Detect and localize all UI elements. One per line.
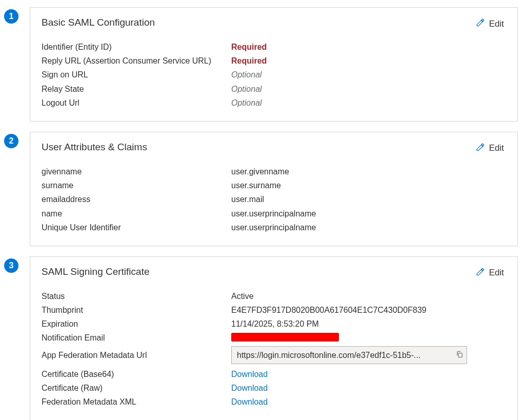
table-row: Thumbprint E4E7FD3F917D8020B00A617604E1C… [42, 303, 506, 317]
row-value: user.surname [231, 178, 506, 192]
step-badge-2: 2 [4, 134, 18, 148]
card-basic-saml: Basic SAML Configuration Edit Identifier… [30, 7, 518, 122]
section-user-claims: 2 User Attributes & Claims Edit givennam… [0, 132, 518, 246]
table-row: emailaddress user.mail [42, 192, 506, 206]
edit-button-claims[interactable]: Edit [474, 142, 506, 155]
row-label: Federation Metadata XML [42, 395, 231, 409]
table-row: name user.userprincipalname [42, 207, 506, 221]
step-badge-1: 1 [4, 9, 18, 24]
card-title-claims: User Attributes & Claims [42, 142, 147, 153]
table-row: Certificate (Base64) Download [42, 367, 506, 381]
row-value: 11/14/2025, 8:53:20 PM [231, 317, 506, 331]
section-saml-cert: 3 SAML Signing Certificate Edit Status A… [0, 256, 518, 420]
row-value: user.mail [231, 192, 506, 206]
row-value: Required [231, 40, 506, 54]
row-label: Sign on URL [42, 68, 231, 82]
row-label: Relay State [42, 82, 231, 96]
row-label: App Federation Metadata Url [42, 348, 231, 362]
edit-button-basic[interactable]: Edit [474, 17, 506, 31]
row-value: E4E7FD3F917D8020B00A617604E1C7C430D0F839 [231, 303, 506, 317]
row-label: Unique User Identifier [42, 221, 231, 234]
row-value: user.userprincipalname [231, 221, 506, 234]
card-user-claims: User Attributes & Claims Edit givenname … [30, 132, 518, 246]
table-row: Federation Metadata XML Download [42, 395, 506, 409]
metadata-url-text: https://login.microsoftonline.com/e37edf… [237, 348, 448, 362]
row-value: Optional [231, 82, 506, 96]
table-row: surname user.surname [42, 178, 506, 192]
download-link-base64[interactable]: Download [231, 370, 268, 378]
row-label: Logout Url [42, 96, 231, 110]
row-value: user.userprincipalname [231, 207, 506, 221]
row-label: Identifier (Entity ID) [42, 40, 231, 54]
row-label: Status [42, 289, 231, 303]
table-row: Status Active [42, 289, 506, 303]
section-basic-saml: 1 Basic SAML Configuration Edit Identifi… [0, 7, 518, 122]
row-value: Active [231, 289, 506, 303]
copy-button[interactable] [454, 349, 465, 361]
table-row: Unique User Identifier user.userprincipa… [42, 221, 506, 234]
row-label: Certificate (Base64) [42, 367, 231, 381]
row-value: user.givenname [231, 165, 506, 178]
pencil-icon [476, 143, 485, 154]
copy-icon [455, 352, 463, 360]
edit-button-label: Edit [489, 19, 504, 29]
table-row: Reply URL (Assertion Consumer Service UR… [42, 54, 506, 68]
row-label: emailaddress [42, 192, 231, 206]
metadata-url-field[interactable]: https://login.microsoftonline.com/e37edf… [231, 346, 467, 364]
row-label: Thumbprint [42, 303, 231, 317]
card-saml-cert: SAML Signing Certificate Edit Status Act… [30, 256, 518, 420]
table-row: Certificate (Raw) Download [42, 381, 506, 395]
table-row: Logout Url Optional [42, 96, 506, 110]
row-label: Certificate (Raw) [42, 381, 231, 395]
card-title-cert: SAML Signing Certificate [42, 266, 150, 277]
row-label: Notification Email [42, 331, 231, 346]
table-row: Identifier (Entity ID) Required [42, 40, 506, 54]
svg-rect-0 [458, 353, 462, 357]
row-label: name [42, 207, 231, 221]
edit-button-label: Edit [489, 143, 504, 153]
table-row: Expiration 11/14/2025, 8:53:20 PM [42, 317, 506, 331]
download-link-metadata-xml[interactable]: Download [231, 397, 268, 406]
download-link-raw[interactable]: Download [231, 384, 268, 392]
table-row: Notification Email [42, 331, 506, 346]
edit-button-label: Edit [489, 268, 504, 278]
row-label: Expiration [42, 317, 231, 331]
row-value: Optional [231, 68, 506, 82]
redacted-block [231, 333, 339, 342]
table-row: App Federation Metadata Url https://logi… [42, 346, 506, 364]
row-label: surname [42, 178, 231, 192]
card-title-basic: Basic SAML Configuration [42, 17, 155, 28]
row-value: Required [231, 54, 506, 68]
table-row: Relay State Optional [42, 82, 506, 96]
row-label: givenname [42, 165, 231, 178]
row-label: Reply URL (Assertion Consumer Service UR… [42, 54, 231, 68]
table-row: Sign on URL Optional [42, 68, 506, 82]
step-badge-3: 3 [4, 258, 18, 273]
table-row: givenname user.givenname [42, 165, 506, 178]
row-value-redacted [231, 331, 506, 346]
row-value: Optional [231, 96, 506, 110]
pencil-icon [476, 267, 485, 279]
pencil-icon [476, 18, 485, 30]
edit-button-cert[interactable]: Edit [474, 266, 506, 280]
